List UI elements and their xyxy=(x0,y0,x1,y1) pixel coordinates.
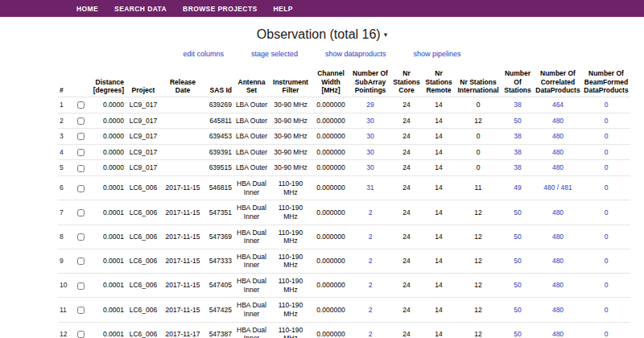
cell-number-of-stations[interactable]: 38 xyxy=(502,129,534,145)
cell-channel-width: 0.000000 xyxy=(312,200,350,225)
column-header-chwidth: Channel Width [MHz] xyxy=(312,68,350,97)
cell-correlated-dataproducts[interactable]: 480 xyxy=(534,113,582,129)
cell-correlated-dataproducts[interactable]: 480 xyxy=(534,144,582,160)
cell-subarray-pointings[interactable]: 2 xyxy=(350,298,390,322)
cell-beamformed-dataproducts[interactable]: 0 xyxy=(582,129,630,145)
cell-beamformed-dataproducts[interactable]: 0 xyxy=(582,249,630,273)
cell-correlated-dataproducts[interactable]: 480 xyxy=(534,322,582,338)
cell-subarray-pointings[interactable]: 31 xyxy=(350,176,390,200)
cell-nr-stations-core: 24 xyxy=(390,298,423,322)
cell-subarray-pointings[interactable]: 2 xyxy=(350,322,390,338)
cell-correlated-dataproducts[interactable]: 480 xyxy=(534,160,582,176)
cell-beamformed-dataproducts[interactable]: 0 xyxy=(582,176,630,200)
cell-number-of-stations[interactable]: 50 xyxy=(502,200,534,225)
cell-nr-stations-core: 24 xyxy=(390,113,423,129)
cell-subarray-pointings[interactable]: 29 xyxy=(350,97,390,113)
cell-subarray-pointings[interactable]: 2 xyxy=(350,249,390,273)
cell-checkbox xyxy=(72,144,89,160)
cell-beamformed-dataproducts[interactable]: 0 xyxy=(582,200,630,225)
cell-row-number: 9 xyxy=(58,249,72,273)
cell-nr-stations-international: 0 xyxy=(455,97,502,113)
column-header-subarr: Number Of SubArray Pointings xyxy=(350,68,390,97)
row-checkbox[interactable] xyxy=(77,282,85,290)
cell-distance: 0.0001 xyxy=(89,176,126,200)
cell-antenna-set: HBA Dual Inner xyxy=(233,176,270,200)
cell-correlated-dataproducts[interactable]: 480 xyxy=(534,249,582,273)
cell-nr-stations-international: 0 xyxy=(455,129,502,145)
show-pipelines-link[interactable]: show pipelines xyxy=(414,50,461,58)
cell-checkbox xyxy=(72,225,89,249)
cell-number-of-stations[interactable]: 38 xyxy=(502,144,534,160)
cell-number-of-stations[interactable]: 50 xyxy=(502,225,534,249)
cell-subarray-pointings[interactable]: 30 xyxy=(350,160,390,176)
column-header-stations: Number Of Stations xyxy=(502,68,534,97)
cell-nr-stations-core: 24 xyxy=(390,176,423,200)
cell-channel-width: 0.000000 xyxy=(312,225,350,249)
cell-number-of-stations[interactable]: 38 xyxy=(502,97,534,113)
cell-subarray-pointings[interactable]: 2 xyxy=(350,274,390,298)
cell-nr-stations-remote: 14 xyxy=(423,129,455,145)
cell-beamformed-dataproducts[interactable]: 0 xyxy=(582,274,630,298)
table-row: 100.0001LC6_0062017-11-15547405HBA Dual … xyxy=(58,274,630,298)
nav-home[interactable]: HOME xyxy=(76,5,98,13)
cell-number-of-stations[interactable]: 50 xyxy=(502,249,534,273)
cell-number-of-stations[interactable]: 49 xyxy=(502,176,534,200)
row-checkbox[interactable] xyxy=(77,149,85,156)
cell-beamformed-dataproducts[interactable]: 0 xyxy=(582,322,630,338)
table-row: 10.0000LC9_017639269LBA Outer30-90 MHz0.… xyxy=(58,97,630,113)
cell-number-of-stations[interactable]: 50 xyxy=(502,322,534,338)
nav-search-data[interactable]: SEARCH DATA xyxy=(114,5,167,13)
cell-subarray-pointings[interactable]: 2 xyxy=(350,225,390,249)
cell-subarray-pointings[interactable]: 2 xyxy=(350,200,390,225)
chevron-down-icon[interactable]: ▾ xyxy=(384,31,388,39)
column-header-project: Project xyxy=(126,68,161,97)
row-checkbox[interactable] xyxy=(77,233,85,241)
cell-number-of-stations[interactable]: 50 xyxy=(502,113,534,129)
stage-selected-link[interactable]: stage selected xyxy=(251,50,298,58)
cell-antenna-set: HBA Dual Inner xyxy=(233,274,270,298)
cell-channel-width: 0.000000 xyxy=(312,298,350,322)
row-checkbox[interactable] xyxy=(77,307,85,314)
cell-project: LC9_017 xyxy=(126,129,161,145)
cell-beamformed-dataproducts[interactable]: 0 xyxy=(582,160,630,176)
cell-sas-id: 547369 xyxy=(204,225,233,249)
cell-nr-stations-remote: 14 xyxy=(423,225,455,249)
row-checkbox[interactable] xyxy=(77,101,85,109)
cell-distance: 0.0001 xyxy=(89,274,126,298)
cell-subarray-pointings[interactable]: 30 xyxy=(350,129,390,145)
row-checkbox[interactable] xyxy=(77,165,85,172)
cell-beamformed-dataproducts[interactable]: 0 xyxy=(582,113,630,129)
cell-instrument-filter: 30-90 MHz xyxy=(270,160,312,176)
cell-number-of-stations[interactable]: 50 xyxy=(502,274,534,298)
cell-number-of-stations[interactable]: 38 xyxy=(502,160,534,176)
cell-number-of-stations[interactable]: 50 xyxy=(502,298,534,322)
show-dataproducts-link[interactable]: show dataproducts xyxy=(325,50,386,58)
row-checkbox[interactable] xyxy=(77,185,85,192)
cell-subarray-pointings[interactable]: 30 xyxy=(350,144,390,160)
row-checkbox[interactable] xyxy=(77,331,85,338)
table-row: 20.0000LC9_017645811LBA Outer30-90 MHz0.… xyxy=(58,113,630,129)
cell-subarray-pointings[interactable]: 30 xyxy=(350,113,390,129)
cell-beamformed-dataproducts[interactable]: 0 xyxy=(582,298,630,322)
cell-correlated-dataproducts[interactable]: 480 xyxy=(534,225,582,249)
cell-correlated-dataproducts[interactable]: 480 xyxy=(534,298,582,322)
cell-distance: 0.0001 xyxy=(89,225,126,249)
row-checkbox[interactable] xyxy=(77,117,85,125)
cell-beamformed-dataproducts[interactable]: 0 xyxy=(582,144,630,160)
cell-project: LC6_006 xyxy=(126,274,161,298)
cell-correlated-dataproducts[interactable]: 480 xyxy=(534,200,582,225)
cell-correlated-dataproducts[interactable]: 464 xyxy=(534,97,582,113)
cell-correlated-dataproducts[interactable]: 480 xyxy=(534,274,582,298)
cell-nr-stations-core: 24 xyxy=(390,200,423,225)
nav-help[interactable]: HELP xyxy=(274,5,293,13)
cell-correlated-dataproducts[interactable]: 480 xyxy=(534,129,582,145)
cell-beamformed-dataproducts[interactable]: 0 xyxy=(582,97,630,113)
cell-release-date: 2017-11-15 xyxy=(161,298,204,322)
row-checkbox[interactable] xyxy=(77,258,85,265)
cell-beamformed-dataproducts[interactable]: 0 xyxy=(582,225,630,249)
row-checkbox[interactable] xyxy=(77,209,85,216)
nav-browse-projects[interactable]: BROWSE PROJECTS xyxy=(183,5,257,13)
row-checkbox[interactable] xyxy=(77,133,85,140)
cell-correlated-dataproducts[interactable]: 480 / 481 xyxy=(534,176,582,200)
edit-columns-link[interactable]: edit columns xyxy=(183,50,224,58)
